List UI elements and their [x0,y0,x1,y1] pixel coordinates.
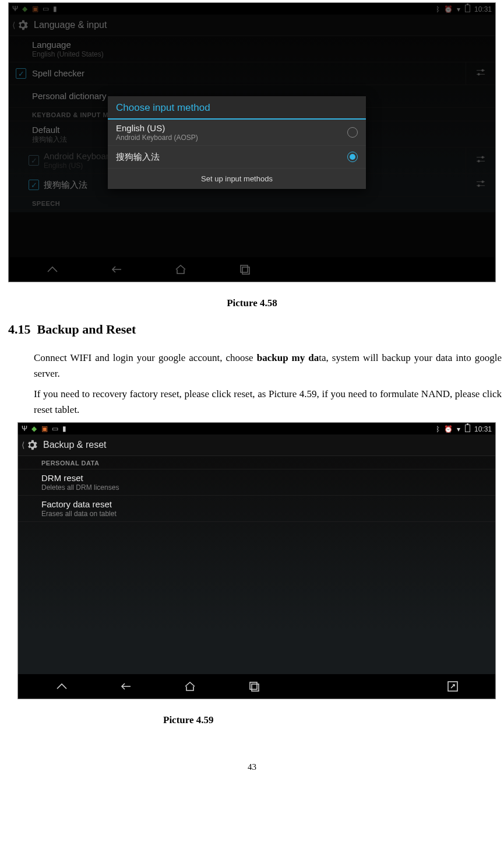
option-secondary-label: Android Keyboard (AOSP) [116,134,347,142]
back-chevron-icon[interactable]: ⟨ [12,20,15,30]
section-heading-backup-reset: 4.15 Backup and Reset [8,322,504,337]
nav-home-button[interactable] [149,262,213,277]
status-icons-left: Ψ ◆ ▣ ▭ ▮ [22,425,69,433]
appbar-title: Language & input [34,20,107,30]
setting-title: DRM reset [41,473,488,483]
usb-icon: Ψ [22,425,27,433]
sd-icon: ▮ [53,5,57,13]
setup-input-methods-button[interactable]: Set up input methods [108,169,366,189]
settings-gear-icon [16,19,29,31]
text-run: Connect WIFI and login your google accou… [34,352,257,363]
nav-recent-button[interactable] [213,262,277,277]
usb-icon: Ψ [12,5,18,13]
clock-text: 10:31 [474,425,492,433]
alarm-icon: ⏰ [444,5,453,13]
setting-title: Language [32,40,488,50]
aosp-keyboard-settings-button[interactable] [466,148,495,174]
figure-caption-459: Picture 4.59 [0,714,504,726]
sd-icon: ▮ [62,425,66,433]
settings-appbar[interactable]: ⟨ Language & input [9,15,495,36]
text-run-bold: backup my da [257,352,319,363]
dialog-title: Choose input method [108,96,366,120]
status-icons-right: ᛒ ⏰ ▾ 10:31 [433,4,492,13]
checkbox-icon[interactable] [29,180,39,190]
nav-hide-button[interactable] [20,262,84,277]
checkbox-icon [29,155,39,166]
status-icons-right: ᛒ ⏰ ▾ 10:31 [433,424,492,433]
radio-icon[interactable] [347,127,358,138]
setting-spell-checker[interactable]: Spell checker [9,62,466,85]
bluetooth-icon: ᛒ [436,5,440,13]
battery-icon [465,425,470,432]
svg-point-0 [482,69,484,71]
wifi-icon: ▾ [457,5,460,13]
equalizer-icon [475,178,487,192]
alarm-icon: ⏰ [444,425,453,433]
option-primary-label: English (US) [116,123,347,134]
radio-icon[interactable] [347,152,358,162]
nav-hide-button[interactable] [30,679,94,694]
sogou-settings-button[interactable] [466,174,495,197]
status-icons-left: Ψ ◆ ▣ ▭ ▮ [12,5,59,13]
figure-caption-458: Picture 4.58 [0,297,504,309]
gallery-icon: ▭ [52,425,58,433]
back-chevron-icon[interactable]: ⟨ [22,440,24,450]
battery-icon [465,5,470,12]
ime-option-english-aosp[interactable]: English (US) Android Keyboard (AOSP) [108,120,366,146]
setting-subtitle: Deletes all DRM licenses [41,483,488,492]
setting-subtitle: English (United States) [32,50,488,58]
wifi-icon: ▾ [457,425,460,433]
setting-title: Spell checker [32,66,459,81]
setting-language[interactable]: Language English (United States) [9,36,495,62]
option-primary-label: 搜狗输入法 [116,149,347,164]
spell-checker-settings-button[interactable] [466,62,495,85]
equalizer-icon [475,66,487,80]
settings-list: PERSONAL DATA DRM reset Deletes all DRM … [18,456,495,674]
app-icon: ▣ [32,5,38,13]
android-nav-bar [18,674,495,699]
setting-subtitle: Erases all data on tablet [41,510,488,518]
svg-point-2 [482,156,484,158]
nav-screenshot-button[interactable] [421,679,485,694]
section-number: 4.15 [8,322,31,336]
svg-point-3 [478,160,480,162]
page-number: 43 [0,762,504,772]
setting-factory-reset[interactable]: Factory data reset Erases all data on ta… [18,496,495,522]
setting-title: Factory data reset [41,499,488,510]
setting-drm-reset[interactable]: DRM reset Deletes all DRM licenses [18,469,495,496]
section-title: Backup and Reset [37,322,136,336]
nav-back-button[interactable] [94,679,158,694]
svg-rect-6 [241,265,248,272]
screenshot-backup-reset: Ψ ◆ ▣ ▭ ▮ ᛒ ⏰ ▾ 10:31 ⟨ Backup & reset [17,422,496,699]
android-nav-bar [9,257,495,282]
ime-option-sogou[interactable]: 搜狗输入法 [108,146,366,169]
checkbox-icon[interactable] [16,68,26,79]
nav-home-button[interactable] [158,679,222,694]
android-status-bar: Ψ ◆ ▣ ▭ ▮ ᛒ ⏰ ▾ 10:31 [9,3,495,15]
section-header-speech: SPEECH [9,197,495,210]
android-status-bar: Ψ ◆ ▣ ▭ ▮ ᛒ ⏰ ▾ 10:31 [18,423,495,434]
clock-text: 10:31 [474,5,492,13]
body-paragraph-2: If you need to recovery factory reset, p… [34,386,502,418]
sync-icon: ◆ [31,425,37,433]
nav-back-button[interactable] [84,262,149,277]
sync-icon: ◆ [22,5,27,13]
settings-appbar[interactable]: ⟨ Backup & reset [18,434,495,456]
bluetooth-icon: ᛒ [436,425,440,433]
section-header-personal-data: PERSONAL DATA [18,456,495,469]
svg-point-4 [482,181,484,183]
equalizer-icon [475,153,487,167]
body-paragraph-1: Connect WIFI and login your google accou… [34,350,502,381]
svg-rect-7 [242,267,249,274]
appbar-title: Backup & reset [43,440,107,450]
svg-point-5 [478,185,480,187]
gallery-icon: ▭ [43,5,49,13]
svg-rect-8 [250,682,257,689]
svg-rect-9 [252,684,259,691]
choose-input-method-dialog: Choose input method English (US) Android… [108,96,366,189]
svg-point-1 [478,73,480,75]
settings-gear-icon [26,439,38,451]
app-icon: ▣ [41,425,48,433]
setting-spell-checker-row: Spell checker [9,62,495,85]
nav-recent-button[interactable] [222,679,286,694]
